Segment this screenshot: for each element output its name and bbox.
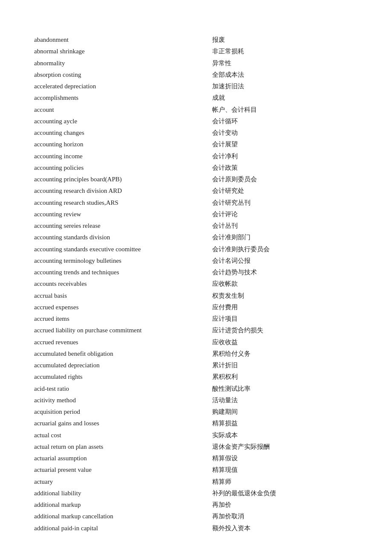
dictionary-table: abandonment报废abnormal shrinkage非正常损耗abno… [34,34,358,534]
table-row: accounting horizon会计展望 [34,139,358,150]
chinese-translation: 全部成本法 [212,69,358,81]
table-row: actual cost实际成本 [34,430,358,441]
table-row: accrual basis权责发生制 [34,290,358,302]
english-term: accelerated depreciation [34,81,212,92]
chinese-translation: 累积给付义务 [212,348,358,360]
english-term: acitivity method [34,395,212,406]
english-term: accounts receivables [34,278,212,290]
chinese-translation: 额外投入资本 [212,523,358,534]
english-term: actuarial present value [34,464,212,476]
chinese-translation: 会计原则委员会 [212,174,358,185]
english-term: accomplishments [34,92,212,104]
english-term: accounting income [34,151,212,162]
table-row: accounting principles board(APB)会计原则委员会 [34,174,358,185]
english-term: abnormal shrinkage [34,46,212,57]
chinese-translation: 退休金资产实际报酬 [212,441,358,453]
chinese-translation: 会计准则部门 [212,232,358,243]
english-term: accounting review [34,209,212,220]
table-row: account帐户、会计科目 [34,104,358,116]
english-term: additional markup [34,499,212,511]
table-row: accounting review会计评论 [34,209,358,220]
chinese-translation: 会计丛刊 [212,220,358,232]
chinese-translation: 精算师 [212,476,358,488]
english-term: accrual basis [34,290,212,302]
chinese-translation: 累计折旧 [212,360,358,371]
chinese-translation: 补列的最低退休金负债 [212,488,358,499]
english-term: account [34,104,212,116]
table-row: accomplishments成就 [34,92,358,104]
english-term: accounting research studies,ARS [34,197,212,209]
english-term: actuarial assumption [34,453,212,464]
chinese-translation: 累积权利 [212,371,358,383]
table-row: accounting aycle会计循环 [34,116,358,127]
chinese-translation: 精算现值 [212,464,358,476]
table-row: abnormality异常性 [34,58,358,69]
english-term: accrued revenues [34,337,212,348]
chinese-translation: 购建期间 [212,406,358,418]
chinese-translation: 会计评论 [212,209,358,220]
english-term: absorption costing [34,69,212,81]
table-row: accrued liability on purchase commitment… [34,325,358,336]
english-term: additional liability [34,488,212,499]
table-row: actuary精算师 [34,476,358,488]
chinese-translation: 再加价 [212,499,358,511]
english-term: accounting standards executive coomittee [34,244,212,255]
table-row: accounting standards executive coomittee… [34,244,358,255]
chinese-translation: 会计展望 [212,139,358,150]
chinese-translation: 活动量法 [212,395,358,406]
table-row: accrued items应计项目 [34,313,358,325]
chinese-translation: 会计变动 [212,127,358,139]
english-term: accounting principles board(APB) [34,174,212,185]
chinese-translation: 成就 [212,92,358,104]
table-row: accounting research studies,ARS会计研究丛刊 [34,197,358,209]
english-term: actuary [34,476,212,488]
table-row: accumulated depreciation累计折旧 [34,360,358,371]
table-row: accounting sereies release会计丛刊 [34,220,358,232]
table-row: acid-test ratio酸性测试比率 [34,383,358,395]
chinese-translation: 加速折旧法 [212,81,358,92]
english-term: accrued items [34,313,212,325]
english-term: accounting sereies release [34,220,212,232]
chinese-translation: 会计准则执行委员会 [212,244,358,255]
chinese-translation: 会计循环 [212,116,358,127]
english-term: accounting research division ARD [34,185,212,197]
table-row: accrued revenues应收收益 [34,337,358,348]
english-term: accrued expenses [34,302,212,313]
english-term: additional paid-in capital [34,523,212,534]
table-row: accounting research division ARD会计研究处 [34,185,358,197]
chinese-translation: 再加价取消 [212,511,358,522]
table-row: additional markup再加价 [34,499,358,511]
table-row: accelerated depreciation加速折旧法 [34,81,358,92]
chinese-translation: 应计项目 [212,313,358,325]
english-term: accounting terminology bulletines [34,255,212,267]
chinese-translation: 应计进货合约损失 [212,325,358,336]
chinese-translation: 精算假设 [212,453,358,464]
chinese-translation: 非正常损耗 [212,46,358,57]
chinese-translation: 应收收益 [212,337,358,348]
english-term: accounting horizon [34,139,212,150]
table-row: acitivity method活动量法 [34,395,358,406]
chinese-translation: 应付费用 [212,302,358,313]
table-row: abandonment报废 [34,34,358,46]
table-row: additional markup cancellation再加价取消 [34,511,358,522]
chinese-translation: 权责发生制 [212,290,358,302]
english-term: abnormality [34,58,212,69]
english-term: accrued liability on purchase commitment [34,325,212,336]
chinese-translation: 会计趋势与技术 [212,267,358,278]
chinese-translation: 异常性 [212,58,358,69]
english-term: accounting trends and techniques [34,267,212,278]
table-row: accounting changes会计变动 [34,127,358,139]
chinese-translation: 会计研究处 [212,185,358,197]
chinese-translation: 酸性测试比率 [212,383,358,395]
english-term: accumulated rights [34,371,212,383]
table-row: accrued expenses应付费用 [34,302,358,313]
table-row: accounting standards division会计准则部门 [34,232,358,243]
table-row: additional paid-in capital额外投入资本 [34,523,358,534]
table-row: actuarial present value精算现值 [34,464,358,476]
chinese-translation: 精算损益 [212,418,358,429]
table-row: accounting terminology bulletines会计名词公报 [34,255,358,267]
english-term: actual cost [34,430,212,441]
english-term: acquisition period [34,406,212,418]
table-row: accounting policies会计政策 [34,162,358,174]
table-row: accounts receivables应收帐款 [34,278,358,290]
